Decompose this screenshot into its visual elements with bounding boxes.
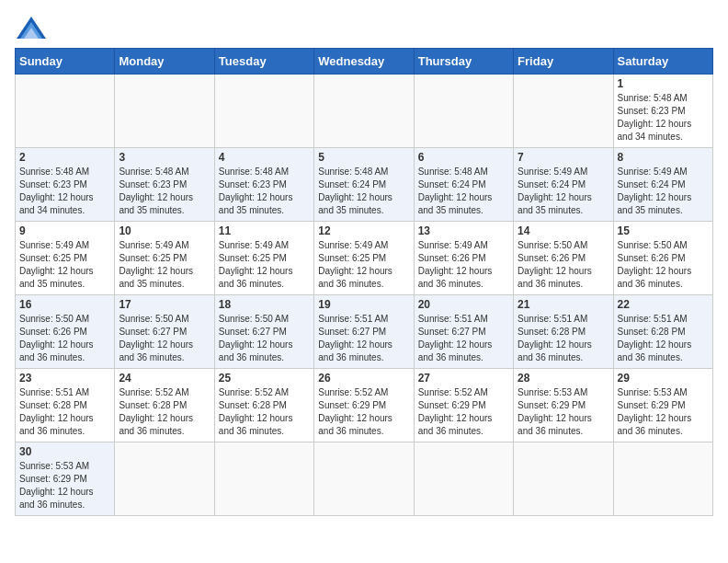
calendar-cell [613,442,712,516]
weekday-header-friday: Friday [514,49,613,75]
calendar-cell: 17Sunrise: 5:50 AMSunset: 6:27 PMDayligh… [115,295,214,369]
day-number: 27 [418,372,509,385]
day-number: 2 [19,151,110,164]
day-number: 15 [618,224,709,237]
day-info: Sunrise: 5:52 AMSunset: 6:29 PMDaylight:… [318,386,409,438]
calendar-cell: 15Sunrise: 5:50 AMSunset: 6:26 PMDayligh… [613,222,712,295]
calendar-cell [115,75,214,148]
calendar-cell: 28Sunrise: 5:53 AMSunset: 6:29 PMDayligh… [514,369,613,442]
day-info: Sunrise: 5:51 AMSunset: 6:28 PMDaylight:… [518,313,609,364]
day-info: Sunrise: 5:50 AMSunset: 6:26 PMDaylight:… [618,239,709,291]
calendar-cell: 18Sunrise: 5:50 AMSunset: 6:27 PMDayligh… [214,295,313,369]
calendar-cell: 6Sunrise: 5:48 AMSunset: 6:24 PMDaylight… [414,148,513,222]
day-number: 1 [618,77,709,90]
calendar-cell: 19Sunrise: 5:51 AMSunset: 6:27 PMDayligh… [314,295,414,369]
day-info: Sunrise: 5:50 AMSunset: 6:27 PMDaylight:… [219,313,310,364]
day-number: 24 [119,372,210,385]
weekday-header-row: SundayMondayTuesdayWednesdayThursdayFrid… [16,49,713,75]
calendar-cell: 4Sunrise: 5:48 AMSunset: 6:23 PMDaylight… [214,148,313,222]
day-number: 11 [219,224,310,237]
day-number: 21 [518,298,609,311]
calendar-cell [414,442,513,516]
calendar-cell [414,75,513,148]
day-number: 5 [318,151,409,164]
day-info: Sunrise: 5:48 AMSunset: 6:24 PMDaylight:… [318,166,409,217]
day-number: 17 [119,298,210,311]
day-number: 25 [219,372,310,385]
calendar-cell: 3Sunrise: 5:48 AMSunset: 6:23 PMDaylight… [115,148,214,222]
day-info: Sunrise: 5:51 AMSunset: 6:28 PMDaylight:… [19,386,110,438]
weekday-header-wednesday: Wednesday [314,49,414,75]
calendar-cell: 16Sunrise: 5:50 AMSunset: 6:26 PMDayligh… [16,295,115,369]
calendar-cell: 10Sunrise: 5:49 AMSunset: 6:25 PMDayligh… [115,222,214,295]
day-info: Sunrise: 5:49 AMSunset: 6:25 PMDaylight:… [219,239,310,291]
calendar-cell [514,75,613,148]
calendar-cell: 23Sunrise: 5:51 AMSunset: 6:28 PMDayligh… [16,369,115,442]
calendar-cell: 30Sunrise: 5:53 AMSunset: 6:29 PMDayligh… [16,442,115,516]
day-info: Sunrise: 5:53 AMSunset: 6:29 PMDaylight:… [618,386,709,438]
day-info: Sunrise: 5:48 AMSunset: 6:23 PMDaylight:… [19,166,110,217]
day-number: 14 [518,224,609,237]
calendar-cell: 21Sunrise: 5:51 AMSunset: 6:28 PMDayligh… [514,295,613,369]
day-number: 4 [219,151,310,164]
calendar-cell [115,442,214,516]
day-number: 30 [19,445,110,458]
day-info: Sunrise: 5:53 AMSunset: 6:29 PMDaylight:… [518,386,609,438]
day-info: Sunrise: 5:49 AMSunset: 6:25 PMDaylight:… [119,239,210,291]
day-info: Sunrise: 5:52 AMSunset: 6:29 PMDaylight:… [418,386,509,438]
calendar-week-3: 9Sunrise: 5:49 AMSunset: 6:25 PMDaylight… [16,222,713,295]
weekday-header-monday: Monday [115,49,214,75]
logo-icon [15,15,48,40]
calendar-cell [314,442,414,516]
logo [15,15,51,40]
day-number: 29 [618,372,709,385]
day-info: Sunrise: 5:49 AMSunset: 6:24 PMDaylight:… [518,166,609,217]
calendar-cell: 24Sunrise: 5:52 AMSunset: 6:28 PMDayligh… [115,369,214,442]
calendar-cell [16,75,115,148]
calendar-cell: 1Sunrise: 5:48 AMSunset: 6:23 PMDaylight… [613,75,712,148]
day-number: 10 [119,224,210,237]
weekday-header-saturday: Saturday [613,49,712,75]
day-number: 22 [618,298,709,311]
calendar-cell [214,442,313,516]
day-number: 23 [19,372,110,385]
calendar-week-4: 16Sunrise: 5:50 AMSunset: 6:26 PMDayligh… [16,295,713,369]
day-number: 9 [19,224,110,237]
day-number: 19 [318,298,409,311]
calendar-week-6: 30Sunrise: 5:53 AMSunset: 6:29 PMDayligh… [16,442,713,516]
calendar-cell: 2Sunrise: 5:48 AMSunset: 6:23 PMDaylight… [16,148,115,222]
day-info: Sunrise: 5:51 AMSunset: 6:27 PMDaylight:… [418,313,509,364]
calendar-cell: 27Sunrise: 5:52 AMSunset: 6:29 PMDayligh… [414,369,513,442]
day-number: 13 [418,224,509,237]
calendar-week-2: 2Sunrise: 5:48 AMSunset: 6:23 PMDaylight… [16,148,713,222]
calendar-cell: 29Sunrise: 5:53 AMSunset: 6:29 PMDayligh… [613,369,712,442]
day-number: 18 [219,298,310,311]
weekday-header-sunday: Sunday [16,49,115,75]
day-info: Sunrise: 5:49 AMSunset: 6:26 PMDaylight:… [418,239,509,291]
day-number: 3 [119,151,210,164]
calendar-cell: 7Sunrise: 5:49 AMSunset: 6:24 PMDaylight… [514,148,613,222]
day-info: Sunrise: 5:49 AMSunset: 6:25 PMDaylight:… [19,239,110,291]
calendar-cell: 8Sunrise: 5:49 AMSunset: 6:24 PMDaylight… [613,148,712,222]
calendar-cell: 9Sunrise: 5:49 AMSunset: 6:25 PMDaylight… [16,222,115,295]
calendar-cell: 13Sunrise: 5:49 AMSunset: 6:26 PMDayligh… [414,222,513,295]
day-info: Sunrise: 5:49 AMSunset: 6:24 PMDaylight:… [618,166,709,217]
day-number: 7 [518,151,609,164]
day-info: Sunrise: 5:53 AMSunset: 6:29 PMDaylight:… [19,460,110,511]
day-number: 12 [318,224,409,237]
calendar-cell: 5Sunrise: 5:48 AMSunset: 6:24 PMDaylight… [314,148,414,222]
calendar-cell [314,75,414,148]
day-info: Sunrise: 5:48 AMSunset: 6:23 PMDaylight:… [219,166,310,217]
calendar-cell: 22Sunrise: 5:51 AMSunset: 6:28 PMDayligh… [613,295,712,369]
calendar-cell: 12Sunrise: 5:49 AMSunset: 6:25 PMDayligh… [314,222,414,295]
day-info: Sunrise: 5:48 AMSunset: 6:23 PMDaylight:… [618,92,709,144]
day-info: Sunrise: 5:52 AMSunset: 6:28 PMDaylight:… [219,386,310,438]
calendar-cell: 14Sunrise: 5:50 AMSunset: 6:26 PMDayligh… [514,222,613,295]
day-info: Sunrise: 5:50 AMSunset: 6:27 PMDaylight:… [119,313,210,364]
day-info: Sunrise: 5:48 AMSunset: 6:24 PMDaylight:… [418,166,509,217]
day-info: Sunrise: 5:49 AMSunset: 6:25 PMDaylight:… [318,239,409,291]
calendar-week-1: 1Sunrise: 5:48 AMSunset: 6:23 PMDaylight… [16,75,713,148]
calendar-cell: 11Sunrise: 5:49 AMSunset: 6:25 PMDayligh… [214,222,313,295]
day-number: 6 [418,151,509,164]
day-info: Sunrise: 5:51 AMSunset: 6:28 PMDaylight:… [618,313,709,364]
